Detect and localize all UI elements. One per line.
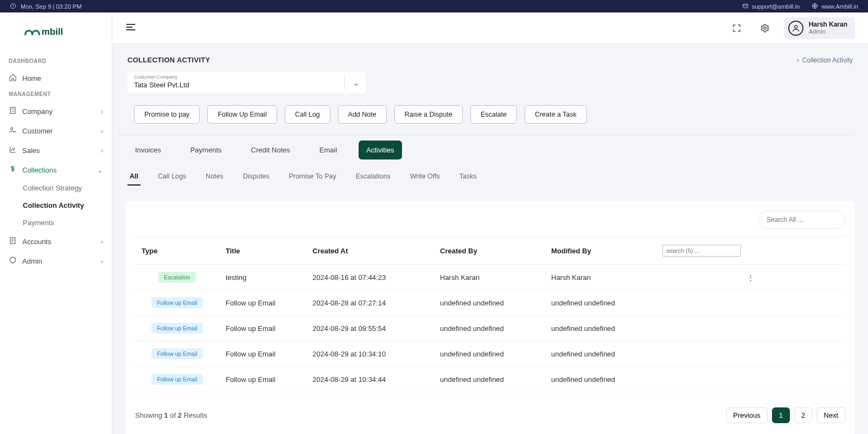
sidebar-item-collections[interactable]: Collections ⌄ xyxy=(0,160,112,180)
add-note-button[interactable]: Add Note xyxy=(338,105,387,124)
type-badge: Follow up Email xyxy=(151,297,202,308)
menu-toggle[interactable] xyxy=(125,22,136,35)
row-actions[interactable] xyxy=(656,316,845,341)
results-summary: Showing 1 of 2 Results xyxy=(135,411,207,419)
type-badge: Follow up Email xyxy=(151,348,202,359)
sidebar-item-home[interactable]: Home xyxy=(0,68,112,88)
users-icon xyxy=(9,126,17,136)
subtab-ptp[interactable]: Promise To Pay xyxy=(286,168,338,186)
create-task-button[interactable]: Create a Task xyxy=(525,105,587,124)
user-menu[interactable]: Harsh Karan Admin xyxy=(784,17,855,39)
home-icon xyxy=(9,73,17,83)
svg-point-8 xyxy=(794,25,797,28)
row-actions[interactable]: ⋮ xyxy=(656,265,845,290)
tab-invoices[interactable]: Invoices xyxy=(127,141,169,159)
sidebar-item-company[interactable]: Company › xyxy=(0,101,112,121)
chevron-right-icon: › xyxy=(101,107,103,116)
subtab-write-offs[interactable]: Write Offs xyxy=(408,168,442,186)
subtab-escalations[interactable]: Escalations xyxy=(354,168,393,186)
row-actions[interactable] xyxy=(656,341,845,367)
sidebar-admin-label: Admin xyxy=(22,257,42,265)
cell-title: Follow up Email xyxy=(219,290,306,316)
search-all-input[interactable] xyxy=(758,210,845,229)
sidebar-accounts-label: Accounts xyxy=(22,238,51,246)
settings-button[interactable] xyxy=(756,19,774,37)
tab-activities[interactable]: Activities xyxy=(359,141,401,159)
page-1-button[interactable]: 1 xyxy=(772,407,790,423)
row-actions[interactable] xyxy=(656,290,845,316)
app-header: Harsh Karan Admin xyxy=(112,12,868,44)
type-badge: Escalation xyxy=(158,272,195,283)
tab-credit-notes[interactable]: Credit Notes xyxy=(244,141,298,159)
table-row[interactable]: Follow up EmailFollow up Email2024-08-28… xyxy=(135,290,845,316)
pagination: Previous 1 2 Next xyxy=(726,407,845,423)
main-area: COLLECTION ACTIVITY › Collection Activit… xyxy=(112,44,868,434)
sidebar-sub-activity[interactable]: Collection Activity xyxy=(0,197,112,214)
sidebar-sub-strategy[interactable]: Collection Strategy xyxy=(0,180,112,197)
company-select-value: Tata Steel Pvt.Ltd xyxy=(134,81,189,89)
escalate-button[interactable]: Escalate xyxy=(470,105,517,124)
table-row[interactable]: Follow up EmailFollow up Email2024-08-29… xyxy=(135,341,845,367)
sidebar-collections-label: Collections xyxy=(22,166,57,174)
col-modified-by[interactable]: Modified By xyxy=(545,237,656,265)
chevron-right-icon: › xyxy=(797,56,799,64)
sidebar-item-accounts[interactable]: Accounts › xyxy=(0,232,112,251)
customer-company-select[interactable]: Customer Company Tata Steel Pvt.Ltd ⌄ xyxy=(127,72,366,93)
breadcrumb[interactable]: › Collection Activity xyxy=(797,56,853,64)
sidebar-item-admin[interactable]: Admin › xyxy=(0,251,112,271)
website-link[interactable]: www.Ambill.in xyxy=(812,3,858,10)
cell-modified-by: undefined undefined xyxy=(545,316,656,341)
next-button[interactable]: Next xyxy=(816,407,845,423)
subtab-all[interactable]: All xyxy=(127,168,141,186)
subtab-tasks[interactable]: Tasks xyxy=(457,168,479,186)
subtabs: All Call Logs Notes Disputes Promise To … xyxy=(112,159,868,186)
svg-point-5 xyxy=(11,127,13,130)
shield-icon xyxy=(9,256,17,266)
fullscreen-button[interactable] xyxy=(727,19,746,37)
follow-up-email-button[interactable]: Follow Up Email xyxy=(207,105,277,124)
tabs: Invoices Payments Credit Notes Email Act… xyxy=(112,135,868,159)
call-log-button[interactable]: Call Log xyxy=(285,105,330,124)
sidebar-item-customer[interactable]: Customer › xyxy=(0,121,112,141)
datetime-text: Mon, Sep 9 | 03:20 PM xyxy=(21,3,81,10)
subtab-notes[interactable]: Notes xyxy=(203,168,226,186)
cell-created-by: undefined undefined xyxy=(433,290,545,316)
cell-title: Follow up Email xyxy=(219,316,306,341)
support-email[interactable]: support@ambill.in xyxy=(742,3,800,10)
sidebar: mbill DASHBOARD Home MANAGEMENT Company … xyxy=(0,12,112,434)
cell-title: testing xyxy=(219,265,306,290)
cell-title: Follow up Email xyxy=(219,367,306,392)
cell-created-by: Harsh Karan xyxy=(433,265,545,290)
row-actions[interactable] xyxy=(656,367,845,392)
tab-payments[interactable]: Payments xyxy=(183,141,229,159)
cell-created-at: 2024-08-29 at 09:55:54 xyxy=(306,316,433,341)
dollar-icon xyxy=(9,165,17,175)
sidebar-sales-label: Sales xyxy=(22,146,40,155)
promise-to-pay-button[interactable]: Promise to pay xyxy=(134,105,200,124)
col-created-by[interactable]: Created By xyxy=(433,237,545,265)
table-row[interactable]: Escalationtesting2024-08-16 at 07:44:23H… xyxy=(135,265,845,290)
page-2-button[interactable]: 2 xyxy=(794,407,812,423)
action-bar: Promise to pay Follow Up Email Call Log … xyxy=(119,93,853,135)
tab-email[interactable]: Email xyxy=(312,141,345,159)
support-email-text: support@ambill.in xyxy=(752,3,800,10)
table-row[interactable]: Follow up EmailFollow up Email2024-08-29… xyxy=(135,367,845,392)
raise-dispute-button[interactable]: Raise a Dispute xyxy=(394,105,463,124)
prev-button[interactable]: Previous xyxy=(726,407,768,423)
sidebar-item-sales[interactable]: Sales › xyxy=(0,141,112,160)
subtab-disputes[interactable]: Disputes xyxy=(241,168,272,186)
cell-created-at: 2024-08-29 at 10:34:10 xyxy=(306,341,433,367)
cell-created-at: 2024-08-28 at 07:27:14 xyxy=(306,290,433,316)
col-created-at[interactable]: Created At xyxy=(306,237,433,265)
col-title[interactable]: Title xyxy=(219,237,306,265)
brand-logo[interactable]: mbill xyxy=(0,22,112,55)
svg-text:mbill: mbill xyxy=(42,27,63,37)
subtab-call-logs[interactable]: Call Logs xyxy=(156,168,188,186)
table-row[interactable]: Follow up EmailFollow up Email2024-08-29… xyxy=(135,316,845,341)
cell-created-at: 2024-08-29 at 10:34:44 xyxy=(306,367,433,392)
chart-icon xyxy=(9,145,17,155)
col-type[interactable]: Type xyxy=(135,237,219,265)
column-search-input[interactable] xyxy=(662,245,741,257)
top-info-bar: Mon, Sep 9 | 03:20 PM support@ambill.in … xyxy=(0,0,868,12)
sidebar-sub-payments[interactable]: Payments xyxy=(0,214,112,232)
